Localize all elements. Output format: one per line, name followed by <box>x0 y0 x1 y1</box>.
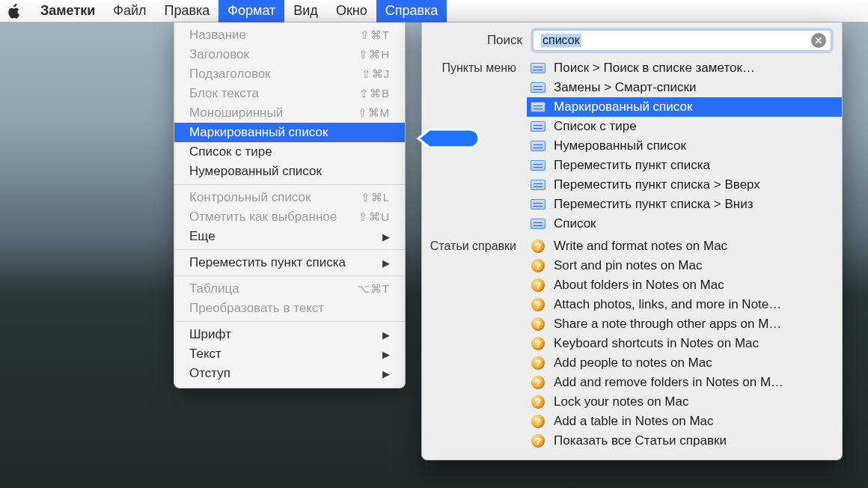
menu-item-shortcut: ⇧⌘T <box>360 28 390 42</box>
menubar-item-view[interactable]: Вид <box>284 0 327 22</box>
menu-item-shortcut: ⇧⌘U <box>358 210 390 224</box>
help-article-result[interactable]: ?Add people to notes on Mac <box>527 353 842 373</box>
help-articles-list: ?Write and format notes on Mac?Sort and … <box>527 237 842 451</box>
format-menu-item: Преобразовать в текст <box>174 299 405 318</box>
menu-item-label: Переместить пункт списка <box>189 255 382 270</box>
menu-item-shortcut: ⌥⌘T <box>357 282 390 296</box>
help-article-result[interactable]: ?Add a table in Notes on Mac <box>527 412 842 431</box>
submenu-arrow-icon: ▶ <box>382 349 390 360</box>
help-menu-result[interactable]: Переместить пункт списка > Вниз <box>527 195 842 214</box>
menu-separator <box>174 249 405 250</box>
menu-item-shortcut: ⇧⌘L <box>361 191 390 204</box>
menubar: Заметки Файл Правка Формат Вид Окно Спра… <box>0 0 868 22</box>
menu-item-label: Еще <box>189 229 382 244</box>
help-result-label: Нумерованный список <box>554 138 686 153</box>
help-result-label: Share a note through other apps on M… <box>554 317 781 332</box>
help-menu-result[interactable]: Поиск > Поиск в списке заметок… <box>527 58 842 78</box>
help-result-label: Показать все Статьи справки <box>554 433 727 448</box>
menu-item-shortcut: ⇧⌘B <box>359 87 390 100</box>
help-article-result[interactable]: ?Write and format notes on Mac <box>527 237 842 256</box>
help-menu-result[interactable]: Список с тире <box>527 117 842 136</box>
submenu-arrow-icon: ▶ <box>382 231 390 243</box>
help-result-label: Замены > Смарт-списки <box>554 80 696 95</box>
menu-item-label: Шрифт <box>189 327 382 342</box>
help-article-result[interactable]: ?Показать все Статьи справки <box>527 431 842 451</box>
help-result-label: Sort and pin notes on Mac <box>554 258 702 273</box>
submenu-arrow-icon: ▶ <box>382 329 390 341</box>
menu-item-icon <box>530 198 546 211</box>
help-result-label: Переместить пункт списка <box>554 158 710 173</box>
format-menu-item: Название⇧⌘T <box>174 25 405 45</box>
submenu-arrow-icon: ▶ <box>382 257 390 269</box>
format-menu-item[interactable]: Шрифт▶ <box>174 325 405 344</box>
menu-item-icon <box>530 159 546 172</box>
help-article-icon: ? <box>530 259 546 272</box>
help-result-label: Lock your notes on Mac <box>554 394 688 409</box>
apple-menu[interactable] <box>6 3 22 19</box>
menu-separator <box>174 275 405 276</box>
apple-icon <box>8 4 21 19</box>
format-menu-item[interactable]: Отступ▶ <box>174 364 405 383</box>
help-result-label: Список с тире <box>554 119 637 134</box>
format-menu-item: Заголовок⇧⌘H <box>174 45 405 64</box>
menu-item-shortcut: ⇧⌘H <box>358 48 390 61</box>
help-article-result[interactable]: ?Share a note through other apps on M… <box>527 314 842 334</box>
help-menu-result[interactable]: Переместить пункт списка > Вверх <box>527 175 842 195</box>
menu-item-shortcut: ⇧⌘J <box>361 67 391 81</box>
help-article-icon: ? <box>530 395 546 409</box>
menu-item-label: Блок текста <box>189 86 359 101</box>
format-menu-item[interactable]: Маркированный список <box>174 123 405 142</box>
menu-item-label: Название <box>189 28 360 43</box>
menu-item-label: Подзаголовок <box>189 67 361 82</box>
help-search-input[interactable]: список ✕ <box>533 30 831 51</box>
format-menu-item: Контрольный список⇧⌘L <box>174 188 405 207</box>
format-menu-item[interactable]: Список с тире <box>174 142 405 162</box>
format-menu-item[interactable]: Текст▶ <box>174 344 405 364</box>
menu-item-label: Маркированный список <box>189 125 390 140</box>
format-menu-item[interactable]: Еще▶ <box>174 227 405 246</box>
help-menu-results-list: Поиск > Поиск в списке заметок…Замены > … <box>527 58 842 234</box>
menu-item-label: Отступ <box>189 366 382 381</box>
help-search-label: Поиск <box>433 33 522 48</box>
menu-item-label: Моноширинный <box>189 106 358 121</box>
help-article-icon: ? <box>530 317 546 331</box>
help-article-result[interactable]: ?Sort and pin notes on Mac <box>527 256 842 275</box>
menu-item-label: Таблица <box>189 281 357 296</box>
help-article-result[interactable]: ?Lock your notes on Mac <box>527 392 842 412</box>
help-article-icon: ? <box>530 337 546 350</box>
help-menu-result[interactable]: Замены > Смарт-списки <box>527 78 842 97</box>
clear-search-button[interactable]: ✕ <box>811 33 826 48</box>
menu-item-icon <box>530 217 546 231</box>
help-result-label: Переместить пункт списка > Вниз <box>554 197 753 212</box>
help-result-label: Add a table in Notes on Mac <box>554 414 714 429</box>
menubar-item-help[interactable]: Справка <box>376 0 447 22</box>
help-result-label: Write and format notes on Mac <box>554 239 727 254</box>
help-menu-result[interactable]: Нумерованный список <box>527 136 842 156</box>
menu-item-icon <box>530 100 546 114</box>
help-menu-results-section: Пункты меню Поиск > Поиск в списке замет… <box>422 57 842 235</box>
menu-separator <box>174 184 405 185</box>
help-article-result[interactable]: ?Keyboard shortcuts in Notes on Mac <box>527 334 842 353</box>
help-article-result[interactable]: ?About folders in Notes on Mac <box>527 275 842 295</box>
help-result-label: About folders in Notes on Mac <box>554 278 724 293</box>
help-article-result[interactable]: ?Add and remove folders in Notes on M… <box>527 373 842 392</box>
help-article-result[interactable]: ?Attach photos, links, and more in Note… <box>527 295 842 314</box>
menu-item-label: Текст <box>189 347 382 362</box>
format-menu-item: Подзаголовок⇧⌘J <box>174 64 405 84</box>
help-pointer-indicator <box>416 127 482 150</box>
format-menu-item[interactable]: Переместить пункт списка▶ <box>174 253 405 272</box>
help-menu-result[interactable]: Маркированный список <box>527 97 842 117</box>
menu-item-label: Список с тире <box>189 144 390 159</box>
format-menu-item: Отметить как выбранное⇧⌘U <box>174 207 405 227</box>
help-result-label: Маркированный список <box>554 100 692 115</box>
menubar-app[interactable]: Заметки <box>31 0 104 22</box>
help-menu-result[interactable]: Список <box>527 214 842 234</box>
menubar-item-window[interactable]: Окно <box>327 0 376 22</box>
menubar-item-format[interactable]: Формат <box>218 0 284 22</box>
menubar-item-file[interactable]: Файл <box>104 0 155 22</box>
format-menu: Название⇧⌘TЗаголовок⇧⌘HПодзаголовок⇧⌘JБл… <box>174 22 406 388</box>
help-menu-result[interactable]: Переместить пункт списка <box>527 156 842 175</box>
menu-item-label: Нумерованный список <box>189 164 390 179</box>
menubar-item-edit[interactable]: Правка <box>156 0 219 22</box>
format-menu-item[interactable]: Нумерованный список <box>174 162 405 181</box>
